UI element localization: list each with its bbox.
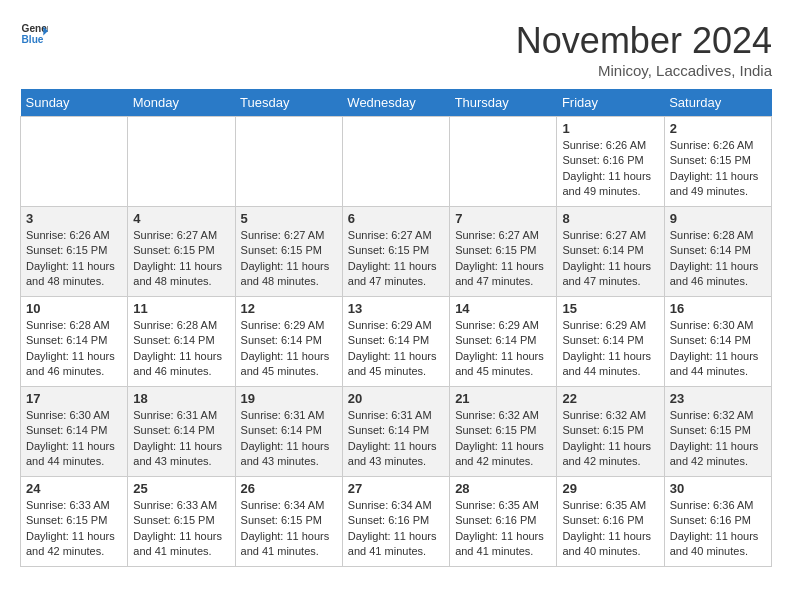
- calendar-table: SundayMondayTuesdayWednesdayThursdayFrid…: [20, 89, 772, 567]
- calendar-cell: [21, 117, 128, 207]
- day-info: Sunrise: 6:29 AMSunset: 6:14 PMDaylight:…: [348, 318, 444, 380]
- calendar-cell: 2Sunrise: 6:26 AMSunset: 6:15 PMDaylight…: [664, 117, 771, 207]
- logo-icon: General Blue: [20, 20, 48, 48]
- calendar-cell: 22Sunrise: 6:32 AMSunset: 6:15 PMDayligh…: [557, 387, 664, 477]
- day-info: Sunrise: 6:26 AMSunset: 6:16 PMDaylight:…: [562, 138, 658, 200]
- day-info: Sunrise: 6:27 AMSunset: 6:15 PMDaylight:…: [133, 228, 229, 290]
- calendar-cell: 17Sunrise: 6:30 AMSunset: 6:14 PMDayligh…: [21, 387, 128, 477]
- day-info: Sunrise: 6:26 AMSunset: 6:15 PMDaylight:…: [26, 228, 122, 290]
- day-number: 20: [348, 391, 444, 406]
- day-info: Sunrise: 6:31 AMSunset: 6:14 PMDaylight:…: [133, 408, 229, 470]
- day-number: 23: [670, 391, 766, 406]
- calendar-cell: 14Sunrise: 6:29 AMSunset: 6:14 PMDayligh…: [450, 297, 557, 387]
- calendar-cell: 4Sunrise: 6:27 AMSunset: 6:15 PMDaylight…: [128, 207, 235, 297]
- day-number: 8: [562, 211, 658, 226]
- dow-saturday: Saturday: [664, 89, 771, 117]
- day-info: Sunrise: 6:27 AMSunset: 6:14 PMDaylight:…: [562, 228, 658, 290]
- day-number: 13: [348, 301, 444, 316]
- day-info: Sunrise: 6:32 AMSunset: 6:15 PMDaylight:…: [455, 408, 551, 470]
- calendar-cell: 25Sunrise: 6:33 AMSunset: 6:15 PMDayligh…: [128, 477, 235, 567]
- calendar-cell: 12Sunrise: 6:29 AMSunset: 6:14 PMDayligh…: [235, 297, 342, 387]
- calendar-cell: 19Sunrise: 6:31 AMSunset: 6:14 PMDayligh…: [235, 387, 342, 477]
- calendar-cell: 27Sunrise: 6:34 AMSunset: 6:16 PMDayligh…: [342, 477, 449, 567]
- dow-tuesday: Tuesday: [235, 89, 342, 117]
- day-number: 14: [455, 301, 551, 316]
- day-number: 26: [241, 481, 337, 496]
- calendar-cell: 7Sunrise: 6:27 AMSunset: 6:15 PMDaylight…: [450, 207, 557, 297]
- day-info: Sunrise: 6:33 AMSunset: 6:15 PMDaylight:…: [133, 498, 229, 560]
- day-info: Sunrise: 6:30 AMSunset: 6:14 PMDaylight:…: [670, 318, 766, 380]
- calendar-body: 1Sunrise: 6:26 AMSunset: 6:16 PMDaylight…: [21, 117, 772, 567]
- week-row-4: 24Sunrise: 6:33 AMSunset: 6:15 PMDayligh…: [21, 477, 772, 567]
- day-info: Sunrise: 6:27 AMSunset: 6:15 PMDaylight:…: [455, 228, 551, 290]
- dow-monday: Monday: [128, 89, 235, 117]
- day-number: 25: [133, 481, 229, 496]
- day-info: Sunrise: 6:32 AMSunset: 6:15 PMDaylight:…: [562, 408, 658, 470]
- day-number: 1: [562, 121, 658, 136]
- day-info: Sunrise: 6:30 AMSunset: 6:14 PMDaylight:…: [26, 408, 122, 470]
- day-info: Sunrise: 6:33 AMSunset: 6:15 PMDaylight:…: [26, 498, 122, 560]
- day-number: 15: [562, 301, 658, 316]
- calendar-cell: 16Sunrise: 6:30 AMSunset: 6:14 PMDayligh…: [664, 297, 771, 387]
- day-info: Sunrise: 6:29 AMSunset: 6:14 PMDaylight:…: [562, 318, 658, 380]
- calendar-cell: 26Sunrise: 6:34 AMSunset: 6:15 PMDayligh…: [235, 477, 342, 567]
- day-number: 28: [455, 481, 551, 496]
- month-title: November 2024: [516, 20, 772, 62]
- day-info: Sunrise: 6:34 AMSunset: 6:16 PMDaylight:…: [348, 498, 444, 560]
- calendar-cell: 24Sunrise: 6:33 AMSunset: 6:15 PMDayligh…: [21, 477, 128, 567]
- week-row-2: 10Sunrise: 6:28 AMSunset: 6:14 PMDayligh…: [21, 297, 772, 387]
- calendar-cell: [342, 117, 449, 207]
- calendar-cell: 23Sunrise: 6:32 AMSunset: 6:15 PMDayligh…: [664, 387, 771, 477]
- day-number: 4: [133, 211, 229, 226]
- day-number: 17: [26, 391, 122, 406]
- day-number: 24: [26, 481, 122, 496]
- day-number: 9: [670, 211, 766, 226]
- calendar-cell: 8Sunrise: 6:27 AMSunset: 6:14 PMDaylight…: [557, 207, 664, 297]
- day-info: Sunrise: 6:36 AMSunset: 6:16 PMDaylight:…: [670, 498, 766, 560]
- day-number: 5: [241, 211, 337, 226]
- day-info: Sunrise: 6:31 AMSunset: 6:14 PMDaylight:…: [348, 408, 444, 470]
- day-number: 22: [562, 391, 658, 406]
- dow-friday: Friday: [557, 89, 664, 117]
- week-row-0: 1Sunrise: 6:26 AMSunset: 6:16 PMDaylight…: [21, 117, 772, 207]
- day-number: 27: [348, 481, 444, 496]
- day-number: 19: [241, 391, 337, 406]
- calendar-cell: 28Sunrise: 6:35 AMSunset: 6:16 PMDayligh…: [450, 477, 557, 567]
- day-info: Sunrise: 6:34 AMSunset: 6:15 PMDaylight:…: [241, 498, 337, 560]
- day-number: 7: [455, 211, 551, 226]
- day-info: Sunrise: 6:28 AMSunset: 6:14 PMDaylight:…: [670, 228, 766, 290]
- calendar-cell: [128, 117, 235, 207]
- calendar-cell: 5Sunrise: 6:27 AMSunset: 6:15 PMDaylight…: [235, 207, 342, 297]
- day-number: 12: [241, 301, 337, 316]
- dow-thursday: Thursday: [450, 89, 557, 117]
- calendar-cell: 29Sunrise: 6:35 AMSunset: 6:16 PMDayligh…: [557, 477, 664, 567]
- day-info: Sunrise: 6:28 AMSunset: 6:14 PMDaylight:…: [26, 318, 122, 380]
- day-number: 11: [133, 301, 229, 316]
- day-info: Sunrise: 6:31 AMSunset: 6:14 PMDaylight:…: [241, 408, 337, 470]
- day-info: Sunrise: 6:32 AMSunset: 6:15 PMDaylight:…: [670, 408, 766, 470]
- day-info: Sunrise: 6:29 AMSunset: 6:14 PMDaylight:…: [241, 318, 337, 380]
- day-info: Sunrise: 6:26 AMSunset: 6:15 PMDaylight:…: [670, 138, 766, 200]
- calendar-cell: 18Sunrise: 6:31 AMSunset: 6:14 PMDayligh…: [128, 387, 235, 477]
- day-number: 3: [26, 211, 122, 226]
- calendar-cell: 15Sunrise: 6:29 AMSunset: 6:14 PMDayligh…: [557, 297, 664, 387]
- calendar-cell: 1Sunrise: 6:26 AMSunset: 6:16 PMDaylight…: [557, 117, 664, 207]
- week-row-3: 17Sunrise: 6:30 AMSunset: 6:14 PMDayligh…: [21, 387, 772, 477]
- day-info: Sunrise: 6:35 AMSunset: 6:16 PMDaylight:…: [562, 498, 658, 560]
- day-info: Sunrise: 6:29 AMSunset: 6:14 PMDaylight:…: [455, 318, 551, 380]
- day-info: Sunrise: 6:28 AMSunset: 6:14 PMDaylight:…: [133, 318, 229, 380]
- day-number: 30: [670, 481, 766, 496]
- day-number: 6: [348, 211, 444, 226]
- dow-sunday: Sunday: [21, 89, 128, 117]
- page-header: General Blue November 2024 Minicoy, Lacc…: [20, 20, 772, 79]
- dow-wednesday: Wednesday: [342, 89, 449, 117]
- calendar-cell: 3Sunrise: 6:26 AMSunset: 6:15 PMDaylight…: [21, 207, 128, 297]
- calendar-cell: 21Sunrise: 6:32 AMSunset: 6:15 PMDayligh…: [450, 387, 557, 477]
- calendar-cell: 10Sunrise: 6:28 AMSunset: 6:14 PMDayligh…: [21, 297, 128, 387]
- day-info: Sunrise: 6:27 AMSunset: 6:15 PMDaylight:…: [348, 228, 444, 290]
- day-number: 29: [562, 481, 658, 496]
- day-number: 10: [26, 301, 122, 316]
- day-of-week-row: SundayMondayTuesdayWednesdayThursdayFrid…: [21, 89, 772, 117]
- calendar-cell: 30Sunrise: 6:36 AMSunset: 6:16 PMDayligh…: [664, 477, 771, 567]
- week-row-1: 3Sunrise: 6:26 AMSunset: 6:15 PMDaylight…: [21, 207, 772, 297]
